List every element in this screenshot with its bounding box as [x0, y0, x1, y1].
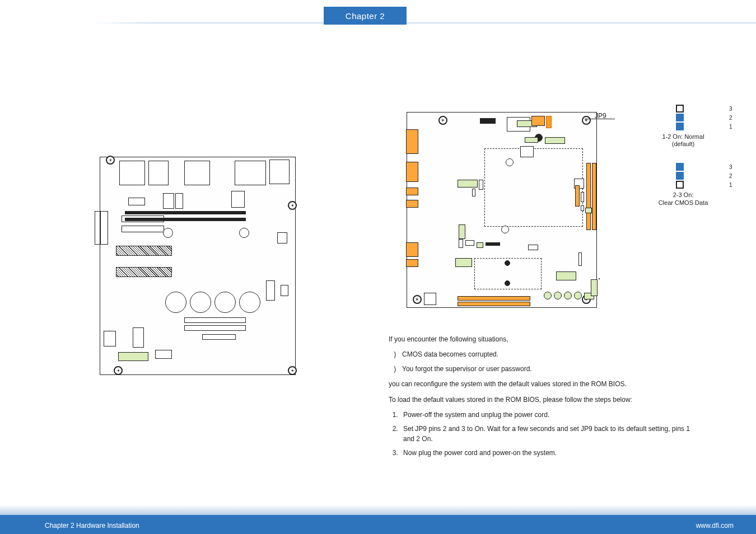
jumper-group-clearcmos: 3 2 1 2-3 On: Clear CMOS Data [633, 162, 734, 206]
mounting-hole-icon: ✶ [438, 116, 447, 125]
jp9-jumper [546, 116, 552, 128]
load-line: To load the default values stored in the… [389, 395, 697, 405]
intro-line: If you encounter the following situation… [389, 335, 697, 344]
jumper-pin-on [676, 123, 684, 130]
pin-number: 3 [729, 164, 734, 170]
step-list: Power-off the system and unplug the powe… [389, 410, 697, 458]
reconfig-line: you can reconfigure the system with the … [389, 380, 697, 389]
footer-gradient [0, 505, 756, 515]
pin-number: 2 [729, 115, 734, 121]
footer-right-url: www.dfi.com [696, 522, 734, 530]
mounting-hole-icon: ✶ [413, 295, 422, 304]
mounting-hole-icon: ✶ [582, 116, 591, 125]
situation-item: CMOS data becomes corrupted. [400, 350, 697, 359]
pin-number: 2 [729, 173, 734, 179]
instruction-text: If you encounter the following situation… [389, 335, 697, 464]
situation-item: You forgot the supervisor or user passwo… [400, 364, 697, 374]
pin-number: 3 [729, 106, 734, 112]
jumper-legend: 3 2 1 1-2 On: Normal (default) 3 2 1 2-3… [633, 104, 734, 221]
step-item: Power-off the system and unplug the powe… [400, 410, 697, 420]
left-board-diagram: ✶ ✶ ✶ ✶ [100, 157, 296, 375]
mounting-hole-icon: ✶ [288, 201, 297, 210]
jumper-pin-on [676, 172, 684, 180]
mounting-hole-icon: ✶ [106, 156, 115, 165]
jumper-caption-clearcmos: 2-3 On: Clear CMOS Data [633, 191, 734, 206]
right-board-diagram: ✶ ✶ ✶ ✶ [407, 112, 597, 308]
jumper-pin-on [676, 114, 684, 121]
step-item: Now plug the power cord and power-on the… [400, 448, 697, 458]
jumper-caption-normal: 1-2 On: Normal (default) [633, 133, 734, 148]
footer-left-text: Chapter 2 Hardware Installation [45, 522, 139, 530]
pin-number: 1 [729, 124, 734, 130]
pin-number: 1 [729, 182, 734, 188]
mounting-hole-icon: ✶ [114, 366, 123, 375]
situation-list: CMOS data becomes corrupted. You forgot … [389, 350, 697, 374]
chapter-tab: Chapter 2 [324, 7, 407, 25]
mounting-hole-icon: ✶ [288, 366, 297, 375]
jp9-label: JP9 [595, 112, 606, 120]
jumper-pin [676, 105, 684, 113]
jumper-pin-on [676, 163, 684, 171]
jumper-pin [676, 181, 684, 189]
jumper-group-normal: 3 2 1 1-2 On: Normal (default) [633, 104, 734, 148]
step-item: Set JP9 pins 2 and 3 to On. Wait for a f… [400, 424, 697, 444]
